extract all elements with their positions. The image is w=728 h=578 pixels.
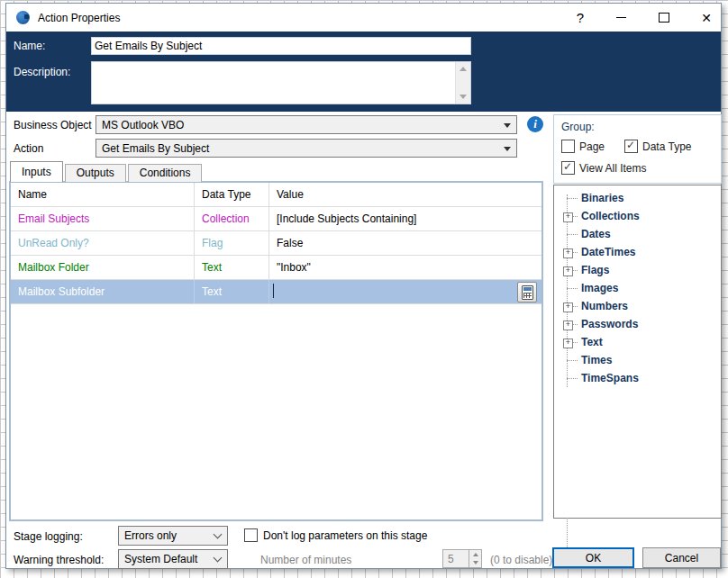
tree-item-flags[interactable]: +Flags	[554, 261, 721, 279]
param-value[interactable]: "Inbox"	[269, 256, 541, 279]
dont-log-label: Don't log parameters on this stage	[263, 529, 427, 542]
disable-hint-label: (0 to disable)	[490, 554, 552, 566]
param-value-input[interactable]	[269, 280, 541, 303]
tree-item-binaries[interactable]: +Binaries	[554, 189, 721, 207]
checkbox-view-all-items[interactable]: View All Items	[561, 161, 646, 175]
data-items-tree: +Binaries +Collections +Dates +DateTimes…	[553, 185, 722, 519]
calculator-icon	[522, 285, 533, 300]
data-type-checkbox-icon[interactable]	[624, 140, 638, 153]
title-bar[interactable]: Action Properties ? ✕	[6, 4, 721, 32]
checkbox-label: View All Items	[579, 162, 646, 175]
expand-icon[interactable]: +	[563, 266, 573, 276]
checkbox-page[interactable]: Page	[561, 140, 605, 153]
warning-threshold-label: Warning threshold:	[14, 554, 104, 566]
param-datatype: Text	[195, 280, 269, 303]
tab-conditions[interactable]: Conditions	[128, 164, 203, 182]
description-scrollbar[interactable]	[455, 62, 470, 104]
chevron-down-icon	[214, 530, 223, 539]
blueprism-logo-icon	[16, 11, 30, 24]
tree-item-dates[interactable]: +Dates	[554, 225, 721, 243]
name-label: Name:	[14, 40, 45, 52]
scrollbar-down-icon[interactable]	[460, 95, 467, 99]
minutes-value: 5	[443, 550, 469, 567]
param-value[interactable]: False	[269, 231, 541, 255]
inputs-table: Name Data Type Value Email Subjects Coll…	[9, 181, 543, 521]
tree-item-text[interactable]: +Text	[554, 333, 721, 351]
close-button[interactable]: ✕	[695, 4, 718, 32]
scrollbar-up-icon[interactable]	[460, 67, 467, 71]
spinner-down-icon	[473, 561, 478, 564]
table-row-selected[interactable]: Mailbox Subfolder Text	[11, 280, 541, 304]
dialog-header: Name: Description:	[6, 32, 721, 112]
minutes-spinner[interactable]: 5	[442, 549, 482, 568]
minimize-button[interactable]	[609, 4, 632, 32]
table-row[interactable]: UnRead Only? Flag False	[11, 231, 541, 256]
column-header-name: Name	[11, 183, 195, 206]
number-of-minutes-label: Number of minutes	[260, 554, 351, 566]
maximize-icon	[659, 13, 669, 23]
business-object-dropdown[interactable]: MS Outlook VBO	[96, 115, 517, 134]
description-label: Description:	[14, 66, 70, 78]
maximize-button[interactable]	[652, 4, 676, 32]
window-title: Action Properties	[38, 12, 120, 24]
param-name: Mailbox Folder	[11, 256, 195, 279]
expand-icon[interactable]: +	[563, 303, 573, 312]
tab-inputs[interactable]: Inputs	[10, 161, 63, 182]
column-header-datatype: Data Type	[195, 183, 269, 206]
param-name: UnRead Only?	[11, 231, 195, 255]
business-object-label: Business Object	[14, 119, 92, 131]
param-value[interactable]: [Include Subjects Containing]	[269, 207, 541, 230]
help-button[interactable]: ?	[569, 4, 592, 32]
tab-outputs[interactable]: Outputs	[65, 164, 126, 182]
dropdown-arrow-icon	[504, 123, 511, 128]
tree-item-passwords[interactable]: +Passwords	[554, 315, 721, 333]
tree-item-numbers[interactable]: +Numbers	[554, 297, 721, 315]
spinner-up-button[interactable]	[469, 550, 481, 559]
dropdown-arrow-icon	[504, 147, 511, 151]
table-row[interactable]: Mailbox Folder Text "Inbox"	[11, 256, 541, 280]
param-name: Mailbox Subfolder	[11, 280, 195, 303]
info-icon[interactable]: i	[527, 116, 543, 132]
ok-button[interactable]: OK	[552, 547, 634, 568]
param-datatype: Text	[195, 256, 269, 279]
tree-item-times[interactable]: +Times	[554, 351, 721, 369]
warning-threshold-dropdown[interactable]: System Default	[118, 549, 228, 569]
group-panel: Group: Page Data Type View All Items	[553, 114, 722, 184]
tree-item-datetimes[interactable]: +DateTimes	[554, 243, 721, 261]
expand-icon[interactable]: +	[563, 339, 573, 348]
warning-threshold-value: System Default	[124, 553, 197, 565]
action-dropdown[interactable]: Get Emails By Subject	[96, 139, 517, 158]
expand-icon[interactable]: +	[563, 212, 573, 222]
action-value: Get Emails By Subject	[102, 142, 209, 155]
description-input[interactable]	[91, 61, 471, 104]
page-checkbox-icon[interactable]	[561, 140, 575, 153]
view-all-items-checkbox-icon[interactable]	[561, 161, 575, 175]
table-header-row: Name Data Type Value	[11, 183, 541, 207]
group-label: Group:	[561, 121, 595, 133]
expand-icon[interactable]: +	[563, 248, 573, 258]
stage-logging-label: Stage logging:	[14, 530, 83, 543]
action-label: Action	[14, 142, 43, 155]
tree-item-collections[interactable]: +Collections	[554, 207, 721, 225]
param-name: Email Subjects	[11, 207, 195, 230]
cancel-button[interactable]: Cancel	[642, 547, 721, 568]
expand-icon[interactable]: +	[563, 321, 573, 330]
stage-logging-dropdown[interactable]: Errors only	[118, 526, 228, 546]
expression-editor-button[interactable]	[517, 282, 537, 303]
checkbox-data-type[interactable]: Data Type	[624, 140, 691, 153]
param-datatype: Flag	[195, 231, 269, 255]
tree-item-timespans[interactable]: +TimeSpans	[554, 369, 721, 387]
dont-log-checkbox-icon[interactable]	[244, 528, 258, 542]
spinner-down-button[interactable]	[469, 559, 481, 568]
table-row[interactable]: Email Subjects Collection [Include Subje…	[11, 207, 541, 231]
spinner-up-icon	[473, 553, 478, 556]
tab-strip: Inputs Outputs Conditions	[10, 162, 204, 182]
text-cursor	[273, 284, 274, 298]
dont-log-checkbox[interactable]: Don't log parameters on this stage	[244, 528, 427, 542]
stage-logging-value: Errors only	[124, 529, 177, 542]
tree-item-images[interactable]: +Images	[554, 279, 721, 297]
param-datatype: Collection	[195, 207, 269, 230]
name-input[interactable]	[91, 37, 471, 55]
checkbox-label: Page	[579, 140, 605, 153]
action-properties-dialog: Action Properties ? ✕ Name: Description:…	[5, 3, 722, 569]
